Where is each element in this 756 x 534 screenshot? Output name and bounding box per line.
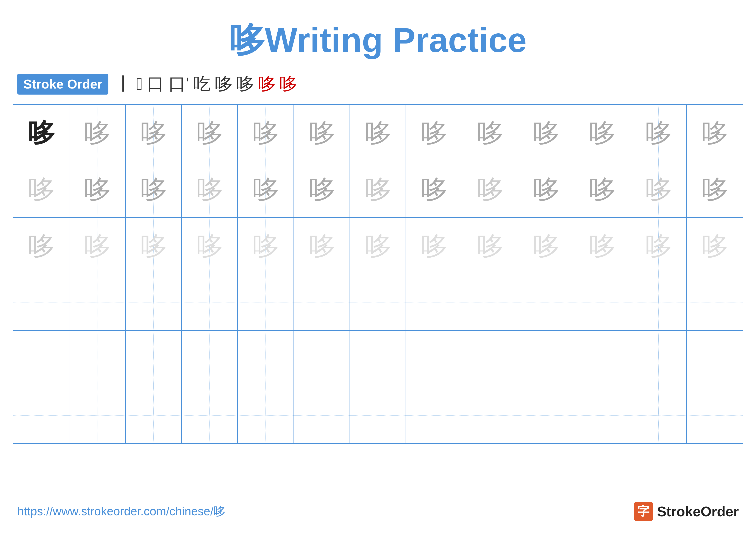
cell-5-11[interactable] — [574, 331, 630, 387]
stroke-sequence: 丨 𠃊 口 口' 吃 哆 哆 哆 哆 — [115, 72, 297, 96]
cell-5-8[interactable] — [406, 331, 462, 387]
cell-3-9[interactable]: 哆 — [462, 218, 518, 274]
cell-1-8[interactable]: 哆 — [406, 105, 462, 161]
stroke-order-badge: Stroke Order — [17, 74, 108, 94]
stroke-1: 丨 — [115, 72, 132, 96]
stroke-2: 𠃊 — [136, 74, 143, 94]
cell-6-6[interactable] — [294, 387, 350, 443]
cell-5-5[interactable] — [238, 331, 294, 387]
cell-4-5[interactable] — [238, 274, 294, 330]
cell-4-2[interactable] — [69, 274, 125, 330]
cell-2-2[interactable]: 哆 — [69, 161, 125, 217]
cell-3-11[interactable]: 哆 — [574, 218, 630, 274]
cell-3-13[interactable]: 哆 — [687, 218, 742, 274]
cell-1-6[interactable]: 哆 — [294, 105, 350, 161]
cell-3-2[interactable]: 哆 — [69, 218, 125, 274]
cell-5-10[interactable] — [518, 331, 574, 387]
cell-3-10[interactable]: 哆 — [518, 218, 574, 274]
cell-3-3[interactable]: 哆 — [126, 218, 182, 274]
cell-6-2[interactable] — [69, 387, 125, 443]
cell-1-4[interactable]: 哆 — [182, 105, 238, 161]
title-text: Writing Practice — [265, 21, 527, 59]
cell-4-1[interactable] — [14, 274, 69, 330]
cell-6-11[interactable] — [574, 387, 630, 443]
cell-5-9[interactable] — [462, 331, 518, 387]
cell-3-8[interactable]: 哆 — [406, 218, 462, 274]
cell-1-1[interactable]: 哆 — [14, 105, 69, 161]
cell-4-9[interactable] — [462, 274, 518, 330]
cell-1-10[interactable]: 哆 — [518, 105, 574, 161]
cell-2-3[interactable]: 哆 — [126, 161, 182, 217]
grid-row-3: 哆 哆 哆 哆 哆 哆 哆 哆 哆 哆 哆 哆 哆 — [14, 218, 742, 274]
cell-4-7[interactable] — [350, 274, 406, 330]
grid-row-2: 哆 哆 哆 哆 哆 哆 哆 哆 哆 哆 哆 哆 哆 — [14, 161, 742, 217]
cell-6-3[interactable] — [126, 387, 182, 443]
cell-4-12[interactable] — [630, 274, 687, 330]
cell-6-1[interactable] — [14, 387, 69, 443]
cell-1-13[interactable]: 哆 — [687, 105, 742, 161]
cell-1-11[interactable]: 哆 — [574, 105, 630, 161]
cell-2-1[interactable]: 哆 — [14, 161, 69, 217]
cell-6-13[interactable] — [687, 387, 742, 443]
cell-2-6[interactable]: 哆 — [294, 161, 350, 217]
stroke-4: 口' — [169, 72, 189, 96]
cell-2-4[interactable]: 哆 — [182, 161, 238, 217]
stroke-7: 哆 — [236, 72, 254, 96]
stroke-9: 哆 — [280, 72, 297, 96]
title-char: 哆 — [229, 21, 264, 59]
cell-6-12[interactable] — [630, 387, 687, 443]
cell-2-13[interactable]: 哆 — [687, 161, 742, 217]
stroke-8: 哆 — [258, 72, 275, 96]
cell-2-7[interactable]: 哆 — [350, 161, 406, 217]
cell-2-10[interactable]: 哆 — [518, 161, 574, 217]
cell-5-4[interactable] — [182, 331, 238, 387]
cell-3-6[interactable]: 哆 — [294, 218, 350, 274]
cell-1-5[interactable]: 哆 — [238, 105, 294, 161]
cell-2-8[interactable]: 哆 — [406, 161, 462, 217]
cell-3-4[interactable]: 哆 — [182, 218, 238, 274]
cell-3-12[interactable]: 哆 — [630, 218, 687, 274]
cell-5-1[interactable] — [14, 331, 69, 387]
cell-1-7[interactable]: 哆 — [350, 105, 406, 161]
cell-4-11[interactable] — [574, 274, 630, 330]
cell-6-8[interactable] — [406, 387, 462, 443]
cell-6-7[interactable] — [350, 387, 406, 443]
cell-6-9[interactable] — [462, 387, 518, 443]
cell-2-11[interactable]: 哆 — [574, 161, 630, 217]
cell-5-2[interactable] — [69, 331, 125, 387]
cell-6-5[interactable] — [238, 387, 294, 443]
cell-1-2[interactable]: 哆 — [69, 105, 125, 161]
page-title: 哆 Writing Practice — [0, 0, 756, 64]
cell-4-8[interactable] — [406, 274, 462, 330]
stroke-6: 哆 — [215, 72, 232, 96]
cell-4-6[interactable] — [294, 274, 350, 330]
cell-4-10[interactable] — [518, 274, 574, 330]
cell-5-3[interactable] — [126, 331, 182, 387]
cell-4-13[interactable] — [687, 274, 742, 330]
footer: https://www.strokeorder.com/chinese/哆 字 … — [0, 502, 756, 521]
cell-1-12[interactable]: 哆 — [630, 105, 687, 161]
cell-5-13[interactable] — [687, 331, 742, 387]
cell-3-1[interactable]: 哆 — [14, 218, 69, 274]
cell-1-9[interactable]: 哆 — [462, 105, 518, 161]
cell-5-6[interactable] — [294, 331, 350, 387]
cell-4-3[interactable] — [126, 274, 182, 330]
stroke-5: 吃 — [193, 72, 210, 96]
cell-6-10[interactable] — [518, 387, 574, 443]
cell-4-4[interactable] — [182, 274, 238, 330]
cell-2-9[interactable]: 哆 — [462, 161, 518, 217]
footer-url[interactable]: https://www.strokeorder.com/chinese/哆 — [17, 503, 226, 519]
grid-row-6 — [14, 387, 742, 443]
cell-2-5[interactable]: 哆 — [238, 161, 294, 217]
cell-5-7[interactable] — [350, 331, 406, 387]
cell-3-5[interactable]: 哆 — [238, 218, 294, 274]
cell-3-7[interactable]: 哆 — [350, 218, 406, 274]
stroke-order-row: Stroke Order 丨 𠃊 口 口' 吃 哆 哆 哆 哆 — [0, 72, 756, 96]
cell-6-4[interactable] — [182, 387, 238, 443]
cell-1-3[interactable]: 哆 — [126, 105, 182, 161]
logo-icon: 字 — [634, 502, 653, 521]
practice-grid: 哆 哆 哆 哆 哆 哆 哆 哆 哆 哆 哆 哆 哆 哆 哆 哆 哆 哆 哆 哆 … — [13, 104, 743, 444]
cell-2-12[interactable]: 哆 — [630, 161, 687, 217]
cell-5-12[interactable] — [630, 331, 687, 387]
stroke-3: 口 — [147, 72, 164, 96]
